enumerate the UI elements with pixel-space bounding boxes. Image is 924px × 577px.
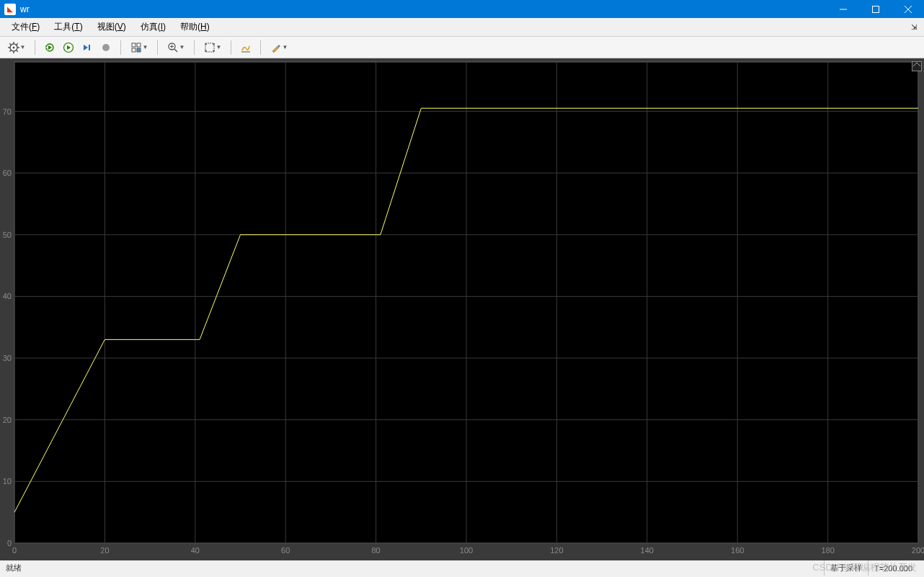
x-tick-label: 20 [100, 546, 109, 555]
x-tick-label: 0 [12, 546, 17, 555]
svg-line-10 [9, 43, 11, 45]
x-tick-label: 80 [371, 546, 380, 555]
scope-plot[interactable]: 0204060801001201401601802000102030405060… [0, 58, 924, 560]
play-icon [63, 42, 74, 53]
menu-simulation[interactable]: 仿真(I) [133, 19, 173, 35]
signal-select-icon [130, 42, 142, 53]
x-tick-label: 200 [912, 546, 924, 555]
close-button[interactable] [892, 0, 924, 18]
y-tick-label: 10 [3, 477, 12, 486]
svg-line-12 [9, 50, 11, 51]
status-ready: 就绪 [6, 563, 22, 573]
record-button[interactable] [97, 39, 115, 56]
status-time: T=200.000 [868, 560, 918, 576]
svg-rect-1 [872, 6, 879, 12]
status-bar: 就绪 基于采样 T=200.000 [0, 560, 924, 576]
record-icon [100, 42, 112, 53]
signal-select-button[interactable]: ▼ [127, 39, 151, 56]
menu-help[interactable]: 帮助(H) [173, 19, 217, 35]
gear-icon [8, 42, 19, 53]
window-title: wr [20, 4, 827, 14]
x-tick-label: 140 [641, 546, 654, 555]
y-tick-label: 20 [3, 416, 12, 424]
restart-icon [44, 42, 55, 53]
zoom-button[interactable]: ▼ [164, 39, 188, 56]
svg-rect-24 [137, 48, 141, 52]
x-tick-label: 100 [460, 546, 473, 555]
y-tick-label: 30 [3, 354, 12, 362]
menu-chevron-icon[interactable]: ⇲ [908, 23, 920, 31]
toolbar: ▼ ▼ ▼ ▼ ▼ [0, 37, 924, 58]
svg-rect-21 [132, 43, 136, 47]
svg-marker-15 [48, 45, 52, 50]
status-sample: 基于采样 [824, 560, 868, 576]
svg-marker-17 [67, 45, 71, 50]
restart-button[interactable] [41, 39, 58, 56]
x-tick-label: 60 [281, 546, 290, 555]
svg-rect-23 [132, 48, 136, 52]
y-tick-label: 40 [3, 292, 12, 300]
x-tick-label: 40 [191, 546, 200, 555]
app-icon: ◣ [4, 4, 16, 15]
y-tick-label: 50 [3, 231, 12, 239]
svg-line-26 [174, 49, 177, 52]
plot-canvas: 0204060801001201401601802000102030405060… [0, 59, 924, 560]
y-tick-label: 60 [3, 169, 12, 177]
window-controls [827, 0, 924, 18]
svg-point-5 [12, 46, 14, 48]
svg-line-13 [16, 43, 17, 45]
x-tick-label: 160 [731, 546, 744, 555]
menu-file[interactable]: 文件(F) [4, 19, 47, 35]
settings-button[interactable]: ▼ [4, 39, 29, 56]
svg-rect-19 [89, 45, 90, 50]
play-button[interactable] [60, 39, 77, 56]
marker-button[interactable]: ▼ [267, 39, 291, 56]
svg-point-20 [102, 44, 110, 51]
minimize-button[interactable] [827, 0, 859, 18]
x-tick-label: 180 [821, 546, 834, 555]
y-tick-label: 70 [3, 107, 12, 116]
marker-icon [270, 42, 282, 53]
menu-tools[interactable]: 工具(T) [47, 19, 89, 35]
menu-view[interactable]: 视图(V) [90, 19, 133, 35]
measure-icon [240, 42, 252, 53]
svg-rect-22 [137, 43, 141, 47]
measure-button[interactable] [237, 39, 254, 56]
maximize-button[interactable] [859, 0, 892, 18]
autoscale-button[interactable]: ▼ [200, 39, 225, 56]
svg-line-11 [16, 50, 17, 51]
svg-marker-18 [84, 45, 88, 50]
title-bar: ◣ wr [0, 0, 924, 18]
zoom-icon [167, 42, 179, 53]
step-forward-icon [81, 42, 93, 53]
step-forward-button[interactable] [79, 39, 96, 56]
y-tick-label: 0 [7, 539, 12, 547]
autoscale-icon [204, 42, 216, 53]
x-tick-label: 120 [550, 546, 563, 555]
plot-expand-icon[interactable] [912, 61, 922, 71]
menu-bar: 文件(F) 工具(T) 视图(V) 仿真(I) 帮助(H) ⇲ [0, 18, 924, 37]
